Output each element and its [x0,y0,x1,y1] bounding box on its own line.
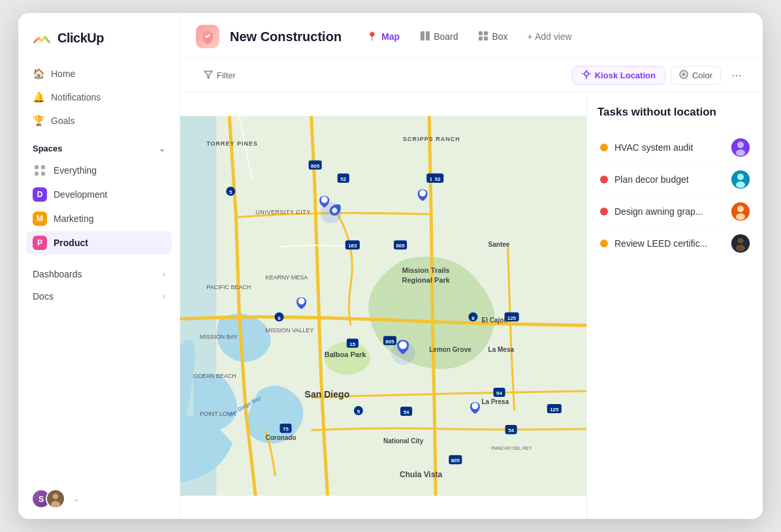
svg-point-86 [399,341,407,349]
product-label: Product [54,238,88,248]
map-pin-icon: 📍 [366,31,377,42]
svg-text:MISSION VALLEY: MISSION VALLEY [265,327,313,334]
spaces-section-header: Spaces ⌄ [18,134,180,157]
svg-text:Chula Vista: Chula Vista [400,470,443,479]
sidebar-item-product[interactable]: P Product [26,231,172,255]
sidebar-item-marketing[interactable]: M Marketing [26,207,172,230]
sidebar-footer: S ⌄ [18,478,180,519]
tab-box[interactable]: Box [470,27,517,46]
chevron-down-icon[interactable]: ⌄ [159,144,165,153]
svg-text:Regional Park: Regional Park [402,276,450,284]
kiosk-location-label: Kiosk Location [595,70,656,80]
add-view-label: + Add view [528,31,572,42]
svg-text:5: 5 [229,189,232,195]
svg-text:5: 5 [357,409,360,415]
task-name: Plan decor budget [614,174,725,185]
svg-text:54: 54 [508,428,514,433]
more-options-button[interactable]: ⋯ [726,65,747,86]
task-item[interactable]: Design awning grap... [598,196,752,228]
svg-text:Mission Trails: Mission Trails [402,266,450,274]
filter-button[interactable]: Filter [196,67,244,84]
main-content: New Construction 📍 Map Board [180,13,763,519]
svg-text:8: 8 [278,315,281,321]
task-item[interactable]: Review LEED certific... [598,228,752,259]
task-name: Review LEED certific... [614,238,725,249]
tasks-panel: Tasks without location HVAC system audit [586,93,763,519]
svg-text:SCRIPPS RANCH: SCRIPPS RANCH [403,136,460,142]
svg-text:54: 54 [404,409,409,415]
svg-text:805: 805 [451,458,460,463]
add-view-button[interactable]: + Add view [520,27,580,46]
svg-text:RANCHO DEL REY: RANCHO DEL REY [492,446,532,450]
svg-point-83 [419,190,426,196]
svg-text:163: 163 [348,243,357,249]
svg-text:125: 125 [507,315,517,321]
svg-text:15: 15 [349,341,355,347]
svg-text:San Diego: San Diego [305,389,350,399]
svg-point-96 [736,213,745,220]
docs-label: Docs [33,291,54,302]
svg-rect-8 [426,31,430,40]
svg-text:52: 52 [435,176,441,182]
sidebar-bottom-section: Dashboards › Docs › [18,261,180,309]
chevron-right-icon: › [163,270,165,279]
svg-text:8: 8 [471,315,475,321]
svg-point-87 [471,403,478,409]
tab-board[interactable]: Board [411,27,467,46]
dashboards-label: Dashboards [33,269,82,279]
filter-label: Filter [217,70,236,80]
home-label: Home [51,69,75,79]
marketing-badge: M [33,211,47,226]
task-priority-dot [600,144,608,151]
tab-box-label: Box [492,31,507,42]
svg-text:PACIFIC BEACH: PACIFIC BEACH [206,284,251,290]
kiosk-location-button[interactable]: Kiosk Location [572,66,665,85]
sidebar-item-dashboards[interactable]: Dashboards › [26,264,172,285]
tab-map[interactable]: 📍 Map [357,27,409,46]
box-icon [479,31,488,42]
svg-text:805: 805 [311,163,320,169]
svg-rect-10 [484,31,488,35]
goals-label: Goals [51,116,75,126]
filter-icon [204,70,213,81]
location-icon [582,70,591,81]
sidebar-item-development[interactable]: D Development [26,183,172,206]
sidebar-item-notifications[interactable]: 🔔 Notifications [26,86,172,108]
spaces-label: Spaces [33,144,63,153]
svg-text:125: 125 [550,407,559,413]
bell-icon: 🔔 [33,91,44,103]
task-item[interactable]: HVAC system audit [598,132,752,164]
sidebar-item-home[interactable]: 🏠 Home [26,63,172,85]
tab-map-label: Map [381,31,400,42]
sidebar-item-goals[interactable]: 🏆 Goals [26,110,172,132]
user-menu-chevron[interactable]: ⌄ [73,494,80,503]
svg-text:52: 52 [340,176,346,182]
development-badge: D [33,187,47,202]
svg-text:805: 805 [396,243,405,249]
tasks-panel-title: Tasks without location [598,106,752,119]
clickup-logo-icon [31,27,52,48]
everything-icon [33,163,47,178]
project-title: New Construction [230,29,342,44]
task-item[interactable]: Plan decor budget [598,164,752,196]
svg-point-93 [736,181,745,188]
tab-board-label: Board [434,31,458,42]
sidebar-item-docs[interactable]: Docs › [26,286,172,307]
sidebar-item-everything[interactable]: Everything [26,159,172,182]
svg-rect-9 [479,31,483,35]
color-label: Color [692,70,712,80]
svg-rect-7 [421,31,424,40]
toolbar-right: Kiosk Location Color ⋯ [572,65,747,86]
svg-text:805: 805 [385,339,394,345]
svg-text:La Mesa: La Mesa [488,346,515,353]
toolbar: Filter Kiosk Location [180,58,763,93]
ellipsis-icon: ⋯ [731,69,742,82]
map-area[interactable]: 805 5 15 163 805 8 [180,93,586,519]
marketing-label: Marketing [54,213,93,224]
task-assignee-avatar [731,202,750,221]
svg-point-92 [737,174,744,180]
svg-point-90 [736,149,745,156]
task-name: Design awning grap... [614,206,725,217]
color-button[interactable]: Color [671,66,721,85]
svg-point-15 [682,73,685,76]
